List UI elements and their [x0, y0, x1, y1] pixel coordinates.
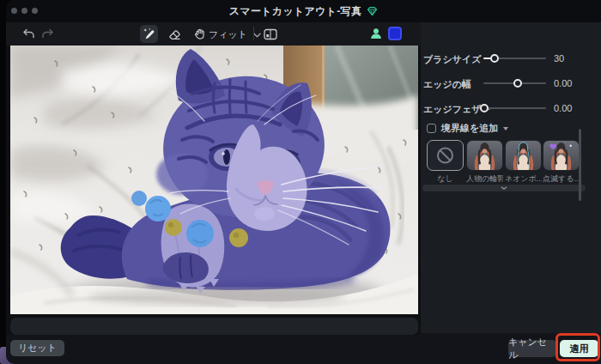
neon-border-thumb	[506, 141, 541, 170]
preset-label-outline: 人物の輪郭	[466, 173, 503, 185]
blink-border-thumb	[543, 141, 579, 170]
pro-gem-icon	[367, 6, 378, 16]
toolbar-divider	[253, 27, 254, 40]
redo-icon	[41, 28, 54, 39]
hand-tool-button[interactable]	[191, 25, 209, 43]
edge-feather-value: 0.00	[554, 103, 572, 113]
reset-button-label: リセット	[18, 342, 57, 355]
slider-knob[interactable]	[513, 79, 522, 88]
hand-icon	[194, 27, 206, 40]
slider-knob[interactable]	[480, 104, 489, 112]
redo-button[interactable]	[39, 25, 56, 42]
undo-button[interactable]	[20, 25, 37, 42]
cancel-button-label: キャンセル	[508, 336, 556, 361]
border-preset-none[interactable]	[427, 140, 464, 171]
minimize-window-dot[interactable]	[21, 8, 27, 14]
smart-brush-icon	[143, 27, 155, 40]
title-bar: スマートカットアウト-写真	[6, 0, 601, 22]
zoom-fit-label: フィット	[209, 28, 247, 41]
cancel-button[interactable]: キャンセル	[508, 340, 556, 357]
edge-width-value: 0.00	[554, 78, 572, 88]
border-preset-blink[interactable]	[543, 140, 580, 171]
cat-photo-with-mask	[10, 46, 418, 314]
slider-track[interactable]	[483, 107, 546, 109]
brush-size-slider[interactable]	[483, 52, 546, 64]
mask-color-swatch-button[interactable]	[387, 26, 403, 41]
canvas-bottom-strip	[10, 318, 418, 335]
undo-icon	[22, 28, 35, 39]
portrait-mask-button[interactable]	[367, 25, 385, 42]
slider-knob[interactable]	[490, 54, 499, 63]
window-controls	[11, 8, 38, 14]
panel-scrollbar[interactable]	[579, 129, 581, 201]
brush-size-value: 30	[554, 53, 564, 64]
brush-size-label: ブラシサイズ	[423, 53, 482, 66]
person-icon	[369, 27, 383, 40]
border-preset-outline[interactable]	[466, 140, 503, 171]
edit-canvas[interactable]	[10, 46, 418, 314]
eraser-tool-button[interactable]	[166, 25, 184, 43]
preset-label-neon: ネオンボ...	[505, 173, 542, 185]
reset-button[interactable]: リセット	[10, 340, 64, 356]
eraser-icon	[168, 28, 181, 40]
preview-compare-button[interactable]	[261, 25, 279, 43]
annotation-highlight-box	[555, 333, 600, 361]
caret-down-icon[interactable]	[503, 127, 508, 130]
edge-feather-slider[interactable]	[483, 102, 546, 114]
add-border-checkbox-row[interactable]: 境界線を追加	[427, 122, 508, 135]
preset-label-blink: 点滅する...	[543, 173, 580, 185]
compare-icon	[264, 28, 277, 40]
mask-color-swatch	[388, 27, 402, 40]
person-outline-thumb	[467, 141, 502, 170]
border-preset-neon[interactable]	[505, 140, 542, 171]
smart-brush-tool-button[interactable]	[140, 25, 158, 43]
none-prohibition-icon	[428, 141, 463, 170]
smart-cutout-dialog: スマートカットアウト-写真	[6, 0, 601, 364]
close-window-dot[interactable]	[11, 8, 17, 14]
zoom-window-dot[interactable]	[32, 8, 38, 14]
presets-expander-bar[interactable]	[422, 185, 586, 191]
add-border-label: 境界線を追加	[441, 122, 498, 135]
edge-width-slider[interactable]	[483, 77, 546, 89]
chevron-down-icon	[253, 33, 261, 38]
edge-width-label: エッジの幅	[423, 78, 471, 91]
add-border-checkbox[interactable]	[427, 124, 436, 133]
preset-label-none: なし	[427, 173, 464, 185]
dialog-title-text: スマートカットアウト-写真	[229, 4, 361, 19]
expander-chevron-icon	[501, 186, 507, 190]
dialog-title: スマートカットアウト-写真	[229, 4, 378, 19]
